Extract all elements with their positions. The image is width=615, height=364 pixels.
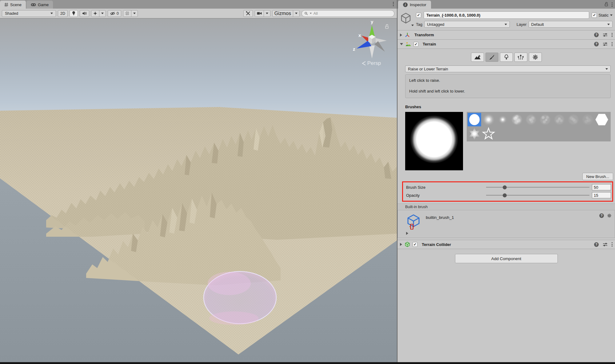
brush-thumbnail-circle-soft[interactable] <box>482 113 495 126</box>
scene-search-box[interactable] <box>302 10 394 17</box>
gameobject-name-field[interactable] <box>424 11 589 19</box>
brush-thumbnail-star-six[interactable] <box>468 127 481 140</box>
new-brush-button[interactable]: New Brush... <box>582 173 613 180</box>
chevron-down-icon <box>295 13 298 14</box>
inspector-menu-icon[interactable] <box>612 2 613 7</box>
brush-size-slider[interactable] <box>486 185 589 189</box>
tab-scene[interactable]: Scene <box>0 1 26 9</box>
gizmos-label: Gizmos <box>274 11 291 16</box>
scene-search-input[interactable] <box>313 11 391 16</box>
terrain-title: Terrain <box>423 42 436 46</box>
layer-dropdown[interactable]: Default <box>529 21 613 28</box>
brush-thumbnail-star-outline[interactable] <box>482 127 495 140</box>
2d-toggle-button[interactable]: 2D <box>58 10 68 17</box>
create-neighbor-terrains-tool[interactable] <box>471 53 484 62</box>
terrain-tools-row <box>397 49 615 64</box>
terrain-collider-header[interactable]: ✓ Terrain Collider ? <box>397 240 615 249</box>
tag-label: Tag <box>416 22 422 27</box>
help-icon[interactable]: ? <box>599 213 604 218</box>
paint-details-tool[interactable] <box>514 53 527 62</box>
draw-mode-dropdown[interactable]: Shaded <box>2 10 56 17</box>
tag-dropdown[interactable]: Untagged <box>424 21 510 28</box>
brush-thumbnail-circle-solid[interactable] <box>468 113 481 126</box>
terrain-enabled-checkbox[interactable]: ✓ <box>413 42 418 47</box>
foldout-arrow-icon[interactable] <box>400 43 403 45</box>
grid-dropdown-button[interactable] <box>131 10 138 17</box>
transform-component-header[interactable]: Transform ? <box>397 30 615 39</box>
scene-tools-button[interactable] <box>243 10 253 17</box>
unity-editor-window: Scene Game Shaded 2D <box>0 0 615 364</box>
collider-enabled-checkbox[interactable]: ✓ <box>413 242 417 247</box>
audio-toggle-button[interactable] <box>80 10 89 17</box>
viewport-lock-icon[interactable] <box>385 24 389 30</box>
opacity-slider[interactable] <box>486 193 589 197</box>
terrain-component-header[interactable]: ✓ Terrain ? <box>397 39 615 49</box>
scene-visibility-button[interactable]: 0 <box>108 10 121 17</box>
presets-icon[interactable] <box>603 33 608 37</box>
scene-pane: Scene Game Shaded 2D <box>0 0 397 364</box>
projection-indicator[interactable]: Persp <box>351 60 391 66</box>
brush-thumbnail-noise-6[interactable] <box>581 113 594 126</box>
brush-size-label: Brush Size <box>406 185 484 190</box>
inspector-lock-icon[interactable] <box>604 2 609 7</box>
presets-icon[interactable] <box>603 42 608 46</box>
scene-toolbar: Shaded 2D 0 <box>0 9 397 18</box>
tab-inspector[interactable]: i Inspector <box>398 1 431 9</box>
paint-terrain-tool[interactable] <box>485 53 498 62</box>
static-checkbox[interactable]: ✓ <box>592 13 597 18</box>
z-axis-label: z <box>353 46 355 52</box>
static-label: Static <box>598 13 609 18</box>
gizmos-dropdown-button[interactable] <box>293 10 299 17</box>
axis-cone-down[interactable] <box>369 46 375 58</box>
opacity-label: Opacity <box>406 193 484 198</box>
terrain-3d-render <box>0 18 397 362</box>
brush-size-value-field[interactable] <box>592 184 611 190</box>
component-menu-icon[interactable] <box>612 42 613 46</box>
effects-dropdown-button[interactable] <box>99 10 106 17</box>
add-component-button[interactable]: Add Component <box>455 254 558 263</box>
component-menu-icon[interactable] <box>612 33 613 37</box>
help-icon[interactable]: ? <box>594 42 599 46</box>
foldout-arrow-icon[interactable] <box>400 243 402 246</box>
tab-game[interactable]: Game <box>26 1 53 9</box>
brush-thumbnail-noise-1[interactable] <box>510 113 524 126</box>
opacity-value-field[interactable] <box>592 192 611 198</box>
brush-thumbnail-noise-3[interactable] <box>538 113 552 126</box>
gameobject-cube-icon[interactable] <box>400 12 412 26</box>
static-dropdown-icon[interactable] <box>610 14 613 16</box>
brush-thumbnail-dot-soft[interactable] <box>496 113 509 126</box>
effects-toggle-button[interactable] <box>91 10 99 17</box>
terrain-settings-tool[interactable] <box>529 53 542 62</box>
brush-thumbnail-noise-2[interactable] <box>524 113 538 126</box>
help-icon[interactable]: ? <box>594 33 599 37</box>
game-tab-label: Game <box>38 2 49 7</box>
lightbulb-icon <box>72 11 75 16</box>
chevron-down-icon <box>101 13 104 14</box>
gameobject-active-checkbox[interactable]: ✓ <box>416 13 421 18</box>
camera-icon <box>257 12 262 15</box>
brush-thumbnail-hexagon[interactable] <box>595 113 609 126</box>
scene-camera-button[interactable] <box>255 10 264 17</box>
presets-icon[interactable] <box>603 243 608 247</box>
paint-trees-tool[interactable] <box>500 53 513 62</box>
scene-viewport[interactable]: y x z Persp <box>0 18 397 362</box>
camera-dropdown-button[interactable] <box>264 10 270 17</box>
gear-icon[interactable] <box>607 213 612 218</box>
opacity-slider-handle[interactable] <box>503 193 507 197</box>
component-menu-icon[interactable] <box>612 242 613 247</box>
help-icon[interactable]: ? <box>594 242 599 247</box>
brush-size-slider-handle[interactable] <box>503 185 507 189</box>
brush-thumbnail-noise-5[interactable] <box>567 113 580 126</box>
draw-mode-label: Shaded <box>5 11 18 16</box>
grid-visibility-button[interactable] <box>123 10 131 17</box>
brush-thumbnail-noise-4[interactable] <box>553 113 566 126</box>
foldout-arrow-icon[interactable] <box>400 34 402 37</box>
chevron-down-icon <box>411 25 414 26</box>
paint-mode-dropdown[interactable]: Raise or Lower Terrain <box>405 65 611 72</box>
search-filter-caret-icon[interactable] <box>310 13 312 14</box>
scene-pane-menu-icon[interactable] <box>393 2 394 6</box>
star-outline-icon <box>482 127 495 140</box>
gizmos-button[interactable]: Gizmos <box>273 10 293 17</box>
lighting-toggle-button[interactable] <box>70 10 78 17</box>
asset-foldout-arrow-icon[interactable] <box>406 232 408 235</box>
